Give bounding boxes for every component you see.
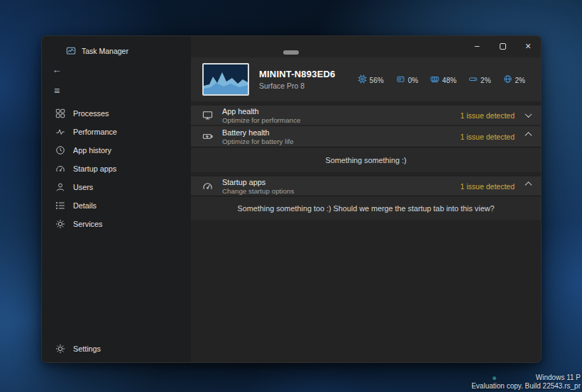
gpu-stat: 0% <box>396 74 418 84</box>
navigation-menu-button[interactable]: ≡ <box>48 84 66 98</box>
task-manager-app-icon <box>66 46 76 56</box>
evaluation-watermark: Windows 11 P Evaluation copy. Build 2254… <box>471 374 581 391</box>
task-manager-window: Task Manager ← ≡ Processes <box>41 35 542 363</box>
section-battery-health[interactable]: Battery health Optimize for battery life… <box>191 126 541 147</box>
gpu-value: 0% <box>408 77 418 84</box>
cpu-stat: 56% <box>358 74 384 84</box>
section-app-health[interactable]: App health Optimize for performance 1 is… <box>191 106 541 125</box>
disk-value: 2% <box>481 77 490 84</box>
battery-icon <box>202 131 213 142</box>
disk-icon <box>468 74 478 84</box>
performance-thumbnail <box>202 63 249 96</box>
section-content-text: Something something too :) Should we mer… <box>238 204 495 213</box>
sidebar-item-app-history[interactable]: App history <box>45 141 188 159</box>
section-startup-apps[interactable]: Startup apps Change startup options 1 is… <box>191 177 541 196</box>
hamburger-icon: ≡ <box>54 85 60 96</box>
device-header: MININT-N893ED6 Surface Pro 8 56% <box>191 57 541 101</box>
app-title-row: Task Manager <box>66 46 191 56</box>
back-button[interactable]: ← <box>48 62 66 77</box>
sidebar-item-settings[interactable]: Settings <box>45 340 188 358</box>
network-stat: 2% <box>503 74 525 84</box>
section-subtitle: Change startup options <box>222 187 294 195</box>
section-subtitle: Optimize for performance <box>222 116 301 124</box>
drag-handle <box>283 50 299 55</box>
sidebar-item-label: App history <box>73 146 111 155</box>
processes-icon <box>55 108 65 118</box>
sidebar-item-services[interactable]: Services <box>45 215 188 233</box>
sidebar-item-details[interactable]: Details <box>45 196 188 215</box>
memory-stat: 48% <box>430 74 456 84</box>
sidebar-item-label: Startup apps <box>73 164 116 173</box>
maximize-button[interactable] <box>490 36 515 56</box>
network-globe-icon <box>503 74 512 84</box>
chevron-up-icon[interactable] <box>525 132 532 139</box>
app-title: Task Manager <box>82 47 128 55</box>
section-title: Startup apps <box>222 178 294 186</box>
sidebar-item-label: Performance <box>73 128 117 136</box>
sidebar-item-processes[interactable]: Processes <box>45 104 188 123</box>
details-list-icon <box>55 201 65 211</box>
section-content-text: Something something :) <box>325 156 406 164</box>
section-title: App health <box>222 107 301 116</box>
sidebar-item-label: Processes <box>73 109 109 118</box>
issue-badge: 1 issue detected <box>461 182 515 191</box>
sidebar-item-label: Settings <box>73 345 101 353</box>
caption-buttons: – × <box>464 36 541 56</box>
chevron-up-icon[interactable] <box>525 181 532 189</box>
users-icon <box>55 182 65 192</box>
close-icon: × <box>525 40 531 52</box>
network-value: 2% <box>515 77 525 84</box>
device-info: MININT-N893ED6 Surface Pro 8 <box>259 69 336 90</box>
watermark-line-2: Evaluation copy. Build 22543.rs_pr <box>471 382 581 391</box>
watermark-line-1: Windows 11 P <box>471 374 581 382</box>
cpu-value: 56% <box>370 77 384 84</box>
chevron-down-icon[interactable] <box>525 111 532 118</box>
sidebar-nav: Processes Performance App history <box>42 104 191 233</box>
close-button[interactable]: × <box>515 36 541 56</box>
health-sections: App health Optimize for performance 1 is… <box>191 106 541 220</box>
issue-badge: 1 issue detected <box>461 111 515 120</box>
minimize-button[interactable]: – <box>464 36 490 56</box>
memory-value: 48% <box>442 77 456 84</box>
performance-icon <box>55 127 65 137</box>
issue-badge: 1 issue detected <box>461 133 515 141</box>
startup-gauge-icon <box>202 181 213 191</box>
settings-gear-icon <box>55 344 65 354</box>
memory-icon <box>430 74 439 84</box>
sidebar: Task Manager ← ≡ Processes <box>42 36 191 362</box>
history-clock-icon <box>55 145 65 155</box>
titlebar: – × <box>191 36 541 57</box>
section-subtitle: Optimize for battery life <box>222 138 294 145</box>
startup-gauge-icon <box>55 164 65 174</box>
device-name: MININT-N893ED6 <box>259 69 336 79</box>
sidebar-item-label: Services <box>73 220 102 228</box>
section-startup-content: Something something too :) Should we mer… <box>191 196 541 220</box>
gpu-icon <box>396 74 405 84</box>
maximize-icon <box>500 43 506 50</box>
sidebar-item-performance[interactable]: Performance <box>45 123 188 141</box>
section-battery-content: Something something :) <box>191 147 541 172</box>
sidebar-item-label: Details <box>73 201 97 210</box>
monitor-icon <box>202 110 213 121</box>
main-content: – × MININT-N893ED6 Surface P <box>191 36 541 362</box>
device-model: Surface Pro 8 <box>259 82 336 90</box>
section-title: Battery health <box>222 128 294 137</box>
cpu-icon <box>358 74 367 84</box>
disk-stat: 2% <box>468 74 490 84</box>
resource-stats: 56% 0% <box>358 74 528 84</box>
sidebar-item-users[interactable]: Users <box>45 178 188 196</box>
sidebar-item-label: Users <box>73 183 93 191</box>
services-gear-icon <box>55 219 65 229</box>
sidebar-item-startup-apps[interactable]: Startup apps <box>45 159 188 178</box>
minimize-icon: – <box>475 41 480 51</box>
back-arrow-icon: ← <box>53 65 62 75</box>
